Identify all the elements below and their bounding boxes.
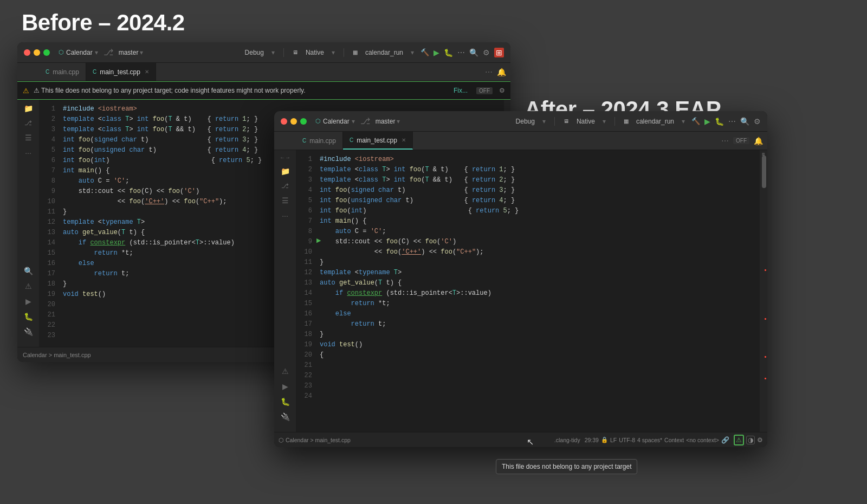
after-encoding-icon: 🔒 xyxy=(601,436,608,443)
after-maximize-button[interactable] xyxy=(300,118,307,125)
after-plugins-icon[interactable]: 🔌 xyxy=(281,412,290,421)
after-warning-indicator[interactable]: ⚠ xyxy=(734,435,744,445)
after-hammer-icon[interactable]: 🔨 xyxy=(691,117,700,125)
after-position: 29:39 xyxy=(585,437,599,443)
after-folder-icon[interactable]: 📁 xyxy=(281,167,290,176)
tab-close-icon[interactable]: ✕ xyxy=(145,69,149,75)
after-git-icon[interactable]: ⎇ xyxy=(281,182,289,190)
after-run-sidebar-icon[interactable]: ▶ xyxy=(282,382,288,391)
hammer-icon[interactable]: 🔨 xyxy=(420,48,429,56)
settings-icon[interactable]: ⚙ xyxy=(483,48,490,57)
after-tooltip: This file does not belong to any project… xyxy=(496,459,637,474)
run-config-name: calendar_run xyxy=(363,49,405,56)
after-settings-status-icon[interactable]: ⚙ xyxy=(757,436,763,444)
after-debug-label: Debug xyxy=(514,118,537,125)
debug-sidebar-icon[interactable]: 🐛 xyxy=(24,312,33,321)
off-badge: OFF xyxy=(476,87,493,94)
after-statusbar: ⬡ Calendar > main_test.cpp .clang-tidy 2… xyxy=(274,432,767,447)
project-selector[interactable]: ⬡ Calendar ▾ xyxy=(59,49,98,56)
project-breadcrumb: Calendar > main_test.cpp xyxy=(23,352,91,358)
after-nav-icon[interactable]: ←→ xyxy=(280,154,290,160)
before-sidebar: 📁 ⎇ ☰ ··· 🔍 ⚠ ▶ 🐛 🔌 xyxy=(17,100,39,347)
settings-small-icon[interactable]: ⚙ xyxy=(499,87,505,94)
after-link-icon: 🔗 xyxy=(721,436,729,444)
more-tools-icon[interactable]: ··· xyxy=(25,148,31,157)
after-code-editor[interactable]: #include <iostream> template <class T> i… xyxy=(318,150,760,432)
after-notifications-icon[interactable]: 🔔 xyxy=(754,137,763,145)
tab-main-cpp-label: main.cpp xyxy=(53,68,79,76)
branch-name: master xyxy=(119,49,139,56)
after-minimize-button[interactable] xyxy=(290,118,297,125)
after-debug-run-icon[interactable]: 🐛 xyxy=(715,117,724,126)
after-branch-selector[interactable]: master ▾ xyxy=(376,118,400,125)
after-close-button[interactable] xyxy=(281,118,287,125)
notifications-icon[interactable]: 🔔 xyxy=(497,68,506,76)
layout-icon[interactable]: ⊞ xyxy=(494,48,504,57)
debug-label: Debug xyxy=(243,49,266,56)
fix-link[interactable]: Fix... xyxy=(454,87,468,94)
right-panel-icon[interactable]: ≡ xyxy=(760,150,767,158)
run-sidebar-icon[interactable]: ▶ xyxy=(25,297,31,306)
after-traffic-lights xyxy=(281,118,307,125)
toolbar-icons: 🔨 ▶ 🐛 ⋯ 🔍 ⚙ ⊞ xyxy=(420,48,504,57)
after-run-config-name: calendar_run xyxy=(634,118,676,125)
run-config-selector[interactable]: ▦ calendar_run ▾ xyxy=(351,49,416,56)
tab-main-test-cpp[interactable]: C main_test.cpp ✕ xyxy=(86,63,156,81)
after-more-icon[interactable]: ⋯ xyxy=(728,117,736,126)
after-tab-main-test-cpp[interactable]: C main_test.cpp ✕ xyxy=(343,132,413,150)
after-tab-close-icon[interactable]: ✕ xyxy=(402,137,406,143)
after-window: ⬡ Calendar ▾ ⎇ master ▾ Debug ▾ 🖥 Native… xyxy=(274,111,767,447)
after-line-numbers: 123456789101112131415161718192021222324 xyxy=(296,150,318,432)
after-settings-icon[interactable]: ⚙ xyxy=(754,117,761,126)
plugins-icon[interactable]: 🔌 xyxy=(24,327,33,336)
after-run-config-selector[interactable]: ▦ calendar_run ▾ xyxy=(622,118,687,125)
after-sidebar: ←→ 📁 ⎇ ☰ ··· ⚠ ▶ 🐛 🔌 xyxy=(274,150,296,432)
native-label: Native xyxy=(303,49,326,56)
after-tab-main-test-cpp-label: main_test.cpp xyxy=(357,137,397,144)
more-tabs-icon[interactable]: ⋯ xyxy=(485,68,493,76)
after-debug-sidebar-icon[interactable]: 🐛 xyxy=(281,397,290,406)
after-problems-icon[interactable]: ⚠ xyxy=(282,367,289,376)
after-code-area: 123456789101112131415161718192021222324 … xyxy=(296,150,767,432)
search-icon[interactable]: 🔍 xyxy=(469,48,478,57)
after-structure-icon[interactable]: ☰ xyxy=(282,196,289,205)
traffic-lights xyxy=(24,49,50,56)
after-run-icon[interactable]: ▶ xyxy=(704,117,710,126)
warning-icon: ⚠ xyxy=(23,87,29,95)
tab-main-cpp[interactable]: C main.cpp xyxy=(39,63,86,81)
git-icon[interactable]: ⎇ xyxy=(24,119,32,127)
after-project-selector[interactable]: ⬡ Calendar ▾ xyxy=(315,118,355,125)
after-search-icon[interactable]: 🔍 xyxy=(740,117,749,126)
close-button[interactable] xyxy=(24,49,30,56)
after-config-selector[interactable]: Debug ▾ xyxy=(514,118,548,125)
after-tabbar: C main.cpp C main_test.cpp ✕ ⋯ OFF 🔔 xyxy=(274,132,767,150)
after-line-ending: LF xyxy=(610,437,617,443)
config-selector[interactable]: Debug ▾ xyxy=(243,49,277,56)
before-tabbar: C main.cpp C main_test.cpp ✕ ⋯ 🔔 xyxy=(17,63,510,81)
more-icon[interactable]: ⋯ xyxy=(457,48,465,57)
cursor-indicator: ↖ xyxy=(527,437,534,447)
branch-selector[interactable]: master ▾ xyxy=(119,49,144,56)
cpp-test-icon: C xyxy=(93,69,96,75)
before-label: Before – 2024.2 xyxy=(22,10,185,36)
search-sidebar-icon[interactable]: 🔍 xyxy=(24,267,33,275)
folder-icon[interactable]: 📁 xyxy=(24,104,33,113)
after-more-tabs-icon[interactable]: ⋯ xyxy=(721,137,729,145)
after-contrast-icon[interactable]: ◑ xyxy=(746,436,755,444)
after-tab-main-cpp[interactable]: C main.cpp xyxy=(296,132,343,150)
debug-icon[interactable]: 🐛 xyxy=(444,48,453,57)
structure-icon[interactable]: ☰ xyxy=(25,133,32,142)
after-cpp-test-icon: C xyxy=(350,137,353,143)
problems-icon[interactable]: ⚠ xyxy=(25,282,32,290)
native-selector[interactable]: 🖥 Native ▾ xyxy=(290,49,337,56)
after-clang-tidy: .clang-tidy xyxy=(554,437,580,443)
run-icon[interactable]: ▶ xyxy=(434,48,439,57)
after-native-label: Native xyxy=(574,118,597,125)
warning-text: ⚠ This file does not belong to any proje… xyxy=(34,87,449,94)
after-indent: 4 spaces* xyxy=(637,437,662,443)
after-more-tools-icon[interactable]: ··· xyxy=(282,211,288,220)
after-native-selector[interactable]: 🖥 Native ▾ xyxy=(561,118,608,125)
minimize-button[interactable] xyxy=(34,49,40,56)
maximize-button[interactable] xyxy=(43,49,50,56)
after-tab-main-cpp-label: main.cpp xyxy=(309,137,336,145)
